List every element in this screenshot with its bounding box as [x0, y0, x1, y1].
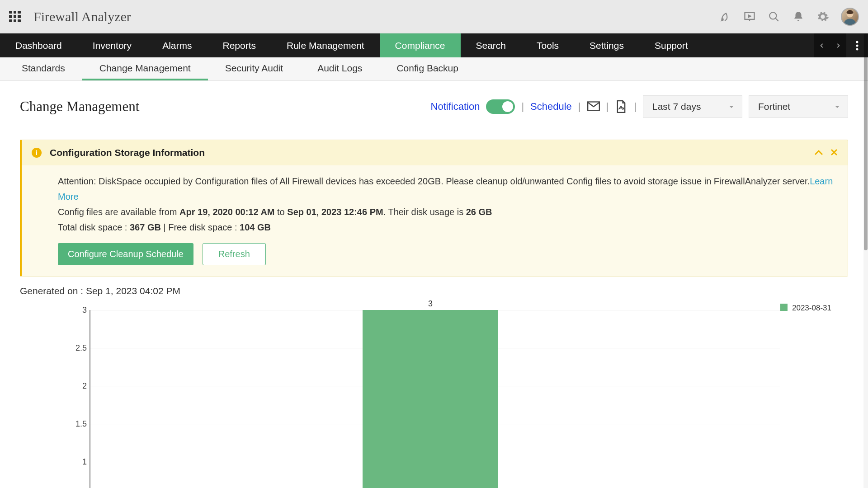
presentation-icon[interactable]	[743, 10, 756, 23]
alert-body: Attention: DiskSpace occupied by Configu…	[22, 165, 848, 276]
bar-chart: 11.522.533	[20, 301, 780, 488]
refresh-button[interactable]: Refresh	[203, 243, 266, 265]
topbar-right	[719, 8, 859, 26]
nav-rule-management[interactable]: Rule Management	[271, 33, 380, 57]
nav-left-icon[interactable]	[814, 33, 830, 57]
nav-settings[interactable]: Settings	[574, 33, 639, 57]
tab-audit-logs[interactable]: Audit Logs	[300, 57, 379, 80]
tab-standards[interactable]: Standards	[5, 57, 82, 80]
collapse-icon[interactable]	[814, 148, 823, 158]
svg-point-4	[856, 44, 859, 47]
main-nav: Dashboard Inventory Alarms Reports Rule …	[0, 33, 868, 57]
rocket-icon[interactable]	[719, 10, 731, 23]
generated-on: Generated on : Sep 1, 2023 04:02 PM	[20, 286, 848, 296]
svg-point-3	[856, 41, 859, 43]
legend-label: 2023-08-31	[792, 304, 831, 313]
tab-security-audit[interactable]: Security Audit	[208, 57, 300, 80]
scrollbar-thumb[interactable]	[864, 33, 868, 250]
nav-support[interactable]: Support	[639, 33, 703, 57]
pdf-icon[interactable]	[615, 100, 627, 113]
scrollbar[interactable]	[863, 33, 868, 488]
cleanup-schedule-button[interactable]: Configure Cleanup Schedule	[58, 243, 193, 265]
tab-change-management[interactable]: Change Management	[82, 57, 208, 80]
svg-point-5	[856, 48, 859, 50]
time-range-dropdown[interactable]: Last 7 days	[643, 95, 742, 118]
user-avatar[interactable]	[841, 8, 859, 26]
close-icon[interactable]	[830, 148, 838, 158]
nav-scroll-arrows	[814, 33, 846, 57]
nav-right-icon[interactable]	[830, 33, 846, 57]
search-icon[interactable]	[768, 10, 780, 23]
nav-tools[interactable]: Tools	[521, 33, 574, 57]
notification-label: Notification	[431, 101, 480, 113]
alert-line-3: Total disk space : 367 GB | Free disk sp…	[58, 220, 834, 235]
page-content: Change Management Notification | Schedul…	[0, 81, 868, 488]
nav-inventory[interactable]: Inventory	[77, 33, 147, 57]
alert-line-2: Config files are available from Apr 19, …	[58, 204, 834, 220]
nav-search[interactable]: Search	[461, 33, 522, 57]
separator: |	[521, 101, 524, 113]
page-header: Change Management Notification | Schedul…	[20, 95, 848, 118]
nav-dashboard[interactable]: Dashboard	[0, 33, 77, 57]
chart-legend: 2023-08-31	[780, 301, 848, 488]
topbar: Firewall Analyzer	[0, 0, 868, 33]
info-icon: i	[32, 148, 42, 158]
app-title: Firewall Analyzer	[33, 9, 131, 24]
nav-reports[interactable]: Reports	[207, 33, 271, 57]
sub-nav: Standards Change Management Security Aud…	[0, 57, 868, 81]
nav-compliance[interactable]: Compliance	[380, 33, 461, 57]
apps-menu-icon[interactable]	[9, 11, 21, 23]
tab-config-backup[interactable]: Config Backup	[379, 57, 476, 80]
chart-area: 11.522.533 2023-08-31	[20, 301, 848, 488]
alert-title: Configuration Storage Information	[50, 147, 205, 158]
separator: |	[634, 101, 637, 113]
page-controls: Notification | Schedule | | | Last 7 day…	[431, 95, 848, 118]
bell-icon[interactable]	[792, 10, 805, 23]
gear-icon[interactable]	[816, 10, 829, 23]
storage-alert: i Configuration Storage Information Atte…	[20, 140, 848, 277]
separator: |	[578, 101, 581, 113]
schedule-link[interactable]: Schedule	[530, 101, 572, 113]
notification-toggle[interactable]	[486, 99, 515, 114]
mail-icon[interactable]	[587, 100, 600, 113]
page-title: Change Management	[20, 99, 139, 115]
alert-line-1: Attention: DiskSpace occupied by Configu…	[58, 174, 834, 204]
separator: |	[606, 101, 609, 113]
svg-point-1	[769, 12, 776, 19]
nav-alarms[interactable]: Alarms	[147, 33, 207, 57]
device-dropdown[interactable]: Fortinet	[749, 95, 848, 118]
alert-header: i Configuration Storage Information	[22, 140, 848, 165]
legend-swatch	[780, 304, 788, 311]
